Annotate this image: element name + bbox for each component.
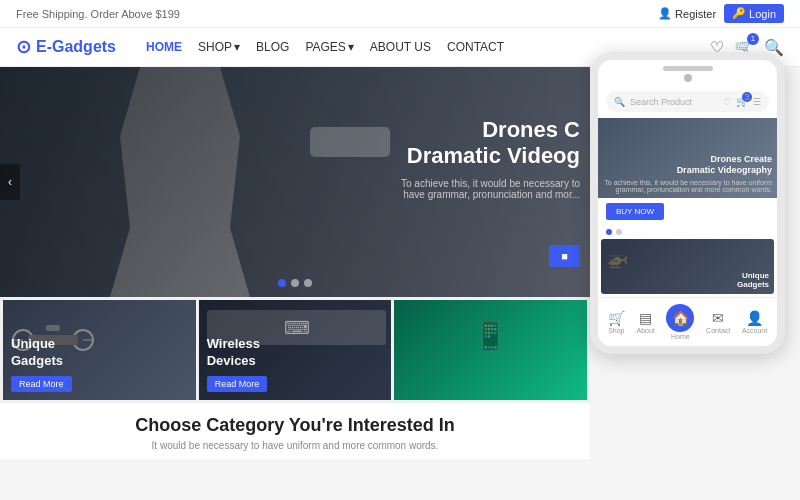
phone-card-title: UniqueGadgets: [737, 271, 769, 289]
card-title-2: WirelessDevices: [207, 336, 260, 370]
card-btn-1[interactable]: Read More: [11, 376, 72, 392]
phone-account-icon: 👤: [742, 310, 767, 326]
phone-search-icon: 🔍: [614, 97, 625, 107]
top-bar: Free Shipping. Order Above $199 👤 Regist…: [0, 0, 800, 28]
nav-pages[interactable]: PAGES ▾: [305, 40, 353, 54]
hero-dots: [278, 279, 312, 287]
category-subtitle: It would be necessary to have uniform an…: [16, 440, 574, 451]
shipping-text: Free Shipping. Order Above $199: [16, 8, 180, 20]
phone-about-icon: ▤: [636, 310, 654, 326]
main-nav: HOME SHOP ▾ BLOG PAGES ▾ ABOUT US CONTAC…: [146, 40, 504, 54]
nav-home[interactable]: HOME: [146, 40, 182, 54]
top-bar-actions: 👤 Register 🔑 Login: [658, 4, 784, 23]
phone-product-card[interactable]: 🚁 UniqueGadgets: [601, 239, 774, 294]
nav-blog[interactable]: BLOG: [256, 40, 289, 54]
phone-search-bar[interactable]: 🔍 Search Product ♡ 🛒 3 ☰: [606, 91, 769, 112]
phone-contact-icon: ✉: [706, 310, 730, 326]
hero-dot-2[interactable]: [291, 279, 299, 287]
drone-image: [310, 127, 390, 157]
phone-menu-icon[interactable]: ☰: [753, 97, 761, 107]
card-btn-2[interactable]: Read More: [207, 376, 268, 392]
nav-shop[interactable]: SHOP ▾: [198, 40, 240, 54]
phone-wishlist-icon[interactable]: ♡: [723, 97, 731, 107]
phone-nav-about[interactable]: ▤ About: [636, 310, 654, 334]
user-icon: 👤: [658, 7, 672, 20]
phone-header-icons: ♡ 🛒 3 ☰: [723, 96, 761, 107]
phone-bottom-nav: 🛒 Shop ▤ About 🏠 Home ✉ Contact: [598, 297, 777, 346]
phone-screen: 🔍 Search Product ♡ 🛒 3 ☰: [598, 85, 777, 346]
phone-speaker: [663, 66, 713, 71]
phone-hero-title: Drones Create Dramatic Videography: [598, 154, 772, 177]
product-grid: UniqueGadgets Read More ⌨ WirelessDevice…: [0, 297, 590, 403]
nav-contact[interactable]: CONTACT: [447, 40, 504, 54]
phone-nav-home[interactable]: 🏠 Home: [666, 304, 694, 340]
phone-nav-shop[interactable]: 🛒 Shop: [608, 310, 625, 334]
register-button[interactable]: 👤 Register: [658, 7, 716, 20]
hero-banner: Drones C Dramatic Videog To achieve this…: [0, 67, 590, 297]
phone-dot-2[interactable]: [616, 229, 622, 235]
product-card-3[interactable]: 📱: [394, 300, 587, 400]
phone-search-input[interactable]: Search Product: [630, 97, 692, 107]
phone-frame: 🔍 Search Product ♡ 🛒 3 ☰: [590, 52, 785, 354]
phone-nav-contact[interactable]: ✉ Contact: [706, 310, 730, 334]
phone-hero-subtitle: To achieve this, it would be necessary t…: [598, 179, 772, 193]
category-title: Choose Category You're Interested In: [16, 415, 574, 436]
svg-rect-3: [46, 325, 60, 331]
hero-dot-1[interactable]: [278, 279, 286, 287]
phone-camera: [684, 74, 692, 82]
product-card-wireless-devices[interactable]: ⌨ WirelessDevices Read More: [199, 300, 392, 400]
product-card-unique-gadgets[interactable]: UniqueGadgets Read More: [3, 300, 196, 400]
phone-nav-account[interactable]: 👤 Account: [742, 310, 767, 334]
logo-icon: ⊙: [16, 36, 31, 58]
phone-hero: Drones Create Dramatic Videography To ac…: [598, 118, 777, 198]
desktop-section: Drones C Dramatic Videog To achieve this…: [0, 67, 590, 459]
phone-cart-button[interactable]: 🛒 3: [736, 96, 748, 107]
logo-text: E-Gadgets: [36, 38, 116, 56]
main-content: Drones C Dramatic Videog To achieve this…: [0, 67, 800, 459]
hero-text: Drones C Dramatic Videog To achieve this…: [380, 117, 580, 200]
phone-home-icon: 🏠: [666, 304, 694, 332]
phone-hero-text: Drones Create Dramatic Videography To ac…: [598, 154, 772, 193]
card-3-image: 📱: [399, 310, 582, 360]
logo[interactable]: ⊙ E-Gadgets: [16, 36, 116, 58]
mobile-device: 🔍 Search Product ♡ 🛒 3 ☰: [590, 52, 800, 354]
phone-hero-dots: [606, 229, 769, 235]
hero-prev-button[interactable]: ‹: [0, 164, 20, 200]
login-icon: 🔑: [732, 7, 746, 20]
hero-subtitle: To achieve this, it would be necessary t…: [380, 178, 580, 200]
hero-dot-3[interactable]: [304, 279, 312, 287]
category-section: Choose Category You're Interested In It …: [0, 403, 590, 459]
phone-cart-badge: 3: [742, 92, 752, 102]
phone-card-drone-icon: 🚁: [606, 247, 628, 269]
nav-about[interactable]: ABOUT US: [370, 40, 431, 54]
hero-cta-button[interactable]: ■: [549, 245, 580, 267]
phone-dot-1[interactable]: [606, 229, 612, 235]
phone-shop-icon: 🛒: [608, 310, 625, 326]
hero-title: Drones C Dramatic Videog: [380, 117, 580, 170]
phone-buy-button[interactable]: BUY NOW: [606, 203, 664, 220]
login-button[interactable]: 🔑 Login: [724, 4, 784, 23]
card-title-1: UniqueGadgets: [11, 336, 63, 370]
cart-badge: 1: [747, 33, 759, 45]
